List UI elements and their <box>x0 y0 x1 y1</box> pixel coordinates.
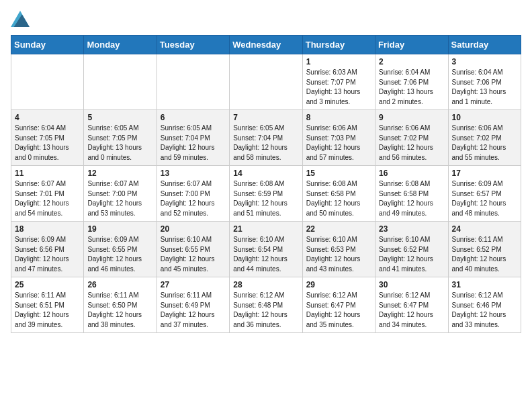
day-number: 16 <box>379 169 444 178</box>
day-number: 20 <box>161 224 226 234</box>
day-info: Sunrise: 6:05 AM Sunset: 7:04 PM Dayligh… <box>161 124 226 163</box>
calendar-week-row: 1Sunrise: 6:03 AM Sunset: 7:07 PM Daylig… <box>11 54 521 110</box>
calendar-cell: 22Sunrise: 6:10 AM Sunset: 6:53 PM Dayli… <box>302 222 375 277</box>
day-info: Sunrise: 6:12 AM Sunset: 6:46 PM Dayligh… <box>452 291 517 330</box>
calendar-cell: 7Sunrise: 6:05 AM Sunset: 7:04 PM Daylig… <box>230 110 302 166</box>
day-info: Sunrise: 6:11 AM Sunset: 6:50 PM Dayligh… <box>87 291 152 330</box>
calendar-cell: 17Sunrise: 6:09 AM Sunset: 6:57 PM Dayli… <box>448 166 521 222</box>
calendar-cell: 15Sunrise: 6:08 AM Sunset: 6:58 PM Dayli… <box>302 166 375 222</box>
day-number: 6 <box>161 113 226 122</box>
weekday-header: Monday <box>84 36 157 54</box>
calendar-cell: 31Sunrise: 6:12 AM Sunset: 6:46 PM Dayli… <box>448 277 521 333</box>
day-number: 9 <box>379 113 444 122</box>
day-number: 15 <box>306 169 371 178</box>
day-number: 12 <box>87 169 152 178</box>
day-number: 31 <box>452 280 517 289</box>
day-info: Sunrise: 6:09 AM Sunset: 6:57 PM Dayligh… <box>452 179 517 218</box>
day-info: Sunrise: 6:09 AM Sunset: 6:55 PM Dayligh… <box>87 235 152 274</box>
calendar-cell: 19Sunrise: 6:09 AM Sunset: 6:55 PM Dayli… <box>84 222 157 277</box>
day-number: 19 <box>87 224 152 234</box>
calendar-cell: 18Sunrise: 6:09 AM Sunset: 6:56 PM Dayli… <box>11 222 84 277</box>
calendar-cell: 10Sunrise: 6:06 AM Sunset: 7:02 PM Dayli… <box>448 110 521 166</box>
day-info: Sunrise: 6:08 AM Sunset: 6:59 PM Dayligh… <box>233 179 298 218</box>
calendar-cell: 25Sunrise: 6:11 AM Sunset: 6:51 PM Dayli… <box>11 277 84 333</box>
page-header <box>11 11 521 27</box>
day-number: 30 <box>379 280 444 289</box>
day-number: 27 <box>161 280 226 289</box>
calendar-cell: 6Sunrise: 6:05 AM Sunset: 7:04 PM Daylig… <box>157 110 229 166</box>
day-info: Sunrise: 6:09 AM Sunset: 6:56 PM Dayligh… <box>15 235 80 274</box>
weekday-header: Sunday <box>11 36 84 54</box>
calendar-cell: 8Sunrise: 6:06 AM Sunset: 7:03 PM Daylig… <box>302 110 375 166</box>
calendar-cell: 14Sunrise: 6:08 AM Sunset: 6:59 PM Dayli… <box>230 166 302 222</box>
weekday-header: Wednesday <box>230 36 302 54</box>
day-number: 10 <box>452 113 517 122</box>
day-info: Sunrise: 6:10 AM Sunset: 6:53 PM Dayligh… <box>306 235 371 274</box>
day-number: 22 <box>306 224 371 234</box>
day-number: 17 <box>452 169 517 178</box>
calendar-cell: 13Sunrise: 6:07 AM Sunset: 7:00 PM Dayli… <box>157 166 229 222</box>
day-info: Sunrise: 6:12 AM Sunset: 6:48 PM Dayligh… <box>233 291 298 330</box>
day-info: Sunrise: 6:10 AM Sunset: 6:55 PM Dayligh… <box>161 235 226 274</box>
calendar-cell: 23Sunrise: 6:10 AM Sunset: 6:52 PM Dayli… <box>375 222 448 277</box>
logo <box>11 11 32 27</box>
calendar-week-row: 18Sunrise: 6:09 AM Sunset: 6:56 PM Dayli… <box>11 222 521 277</box>
calendar-cell: 9Sunrise: 6:06 AM Sunset: 7:02 PM Daylig… <box>375 110 448 166</box>
day-number: 3 <box>452 57 517 66</box>
day-info: Sunrise: 6:12 AM Sunset: 6:47 PM Dayligh… <box>379 291 444 330</box>
calendar-cell: 3Sunrise: 6:04 AM Sunset: 7:06 PM Daylig… <box>448 54 521 110</box>
calendar-cell: 12Sunrise: 6:07 AM Sunset: 7:00 PM Dayli… <box>84 166 157 222</box>
day-number: 4 <box>15 113 80 122</box>
day-info: Sunrise: 6:11 AM Sunset: 6:51 PM Dayligh… <box>15 291 80 330</box>
day-number: 28 <box>233 280 298 289</box>
calendar-cell: 1Sunrise: 6:03 AM Sunset: 7:07 PM Daylig… <box>302 54 375 110</box>
calendar-cell <box>157 54 229 110</box>
day-number: 7 <box>233 113 298 122</box>
day-number: 11 <box>15 169 80 178</box>
calendar-cell <box>84 54 157 110</box>
calendar-cell: 29Sunrise: 6:12 AM Sunset: 6:47 PM Dayli… <box>302 277 375 333</box>
calendar-cell: 5Sunrise: 6:05 AM Sunset: 7:05 PM Daylig… <box>84 110 157 166</box>
day-info: Sunrise: 6:06 AM Sunset: 7:03 PM Dayligh… <box>306 124 371 163</box>
calendar-cell: 2Sunrise: 6:04 AM Sunset: 7:06 PM Daylig… <box>375 54 448 110</box>
calendar-cell <box>230 54 302 110</box>
calendar-week-row: 25Sunrise: 6:11 AM Sunset: 6:51 PM Dayli… <box>11 277 521 333</box>
day-info: Sunrise: 6:05 AM Sunset: 7:05 PM Dayligh… <box>87 124 152 163</box>
logo-icon <box>11 11 30 27</box>
day-info: Sunrise: 6:03 AM Sunset: 7:07 PM Dayligh… <box>306 68 371 107</box>
day-info: Sunrise: 6:04 AM Sunset: 7:06 PM Dayligh… <box>452 68 517 107</box>
calendar-cell: 26Sunrise: 6:11 AM Sunset: 6:50 PM Dayli… <box>84 277 157 333</box>
calendar-cell: 21Sunrise: 6:10 AM Sunset: 6:54 PM Dayli… <box>230 222 302 277</box>
calendar-cell <box>11 54 84 110</box>
weekday-header: Saturday <box>448 36 521 54</box>
day-info: Sunrise: 6:04 AM Sunset: 7:05 PM Dayligh… <box>15 124 80 163</box>
day-info: Sunrise: 6:11 AM Sunset: 6:52 PM Dayligh… <box>452 235 517 274</box>
day-info: Sunrise: 6:06 AM Sunset: 7:02 PM Dayligh… <box>379 124 444 163</box>
day-number: 29 <box>306 280 371 289</box>
calendar-header-row: SundayMondayTuesdayWednesdayThursdayFrid… <box>11 36 521 54</box>
day-info: Sunrise: 6:07 AM Sunset: 7:01 PM Dayligh… <box>15 179 80 218</box>
calendar-week-row: 4Sunrise: 6:04 AM Sunset: 7:05 PM Daylig… <box>11 110 521 166</box>
day-number: 14 <box>233 169 298 178</box>
day-number: 25 <box>15 280 80 289</box>
calendar-cell: 20Sunrise: 6:10 AM Sunset: 6:55 PM Dayli… <box>157 222 229 277</box>
day-info: Sunrise: 6:12 AM Sunset: 6:47 PM Dayligh… <box>306 291 371 330</box>
day-info: Sunrise: 6:08 AM Sunset: 6:58 PM Dayligh… <box>306 179 371 218</box>
day-info: Sunrise: 6:11 AM Sunset: 6:49 PM Dayligh… <box>161 291 226 330</box>
day-info: Sunrise: 6:10 AM Sunset: 6:52 PM Dayligh… <box>379 235 444 274</box>
day-info: Sunrise: 6:05 AM Sunset: 7:04 PM Dayligh… <box>233 124 298 163</box>
day-info: Sunrise: 6:10 AM Sunset: 6:54 PM Dayligh… <box>233 235 298 274</box>
day-info: Sunrise: 6:07 AM Sunset: 7:00 PM Dayligh… <box>87 179 152 218</box>
day-number: 24 <box>452 224 517 234</box>
day-number: 23 <box>379 224 444 234</box>
calendar-cell: 16Sunrise: 6:08 AM Sunset: 6:58 PM Dayli… <box>375 166 448 222</box>
calendar-table: SundayMondayTuesdayWednesdayThursdayFrid… <box>11 35 521 333</box>
day-number: 2 <box>379 57 444 66</box>
calendar-cell: 4Sunrise: 6:04 AM Sunset: 7:05 PM Daylig… <box>11 110 84 166</box>
weekday-header: Thursday <box>302 36 375 54</box>
day-number: 8 <box>306 113 371 122</box>
day-number: 5 <box>87 113 152 122</box>
day-number: 13 <box>161 169 226 178</box>
day-number: 1 <box>306 57 371 66</box>
calendar-cell: 24Sunrise: 6:11 AM Sunset: 6:52 PM Dayli… <box>448 222 521 277</box>
